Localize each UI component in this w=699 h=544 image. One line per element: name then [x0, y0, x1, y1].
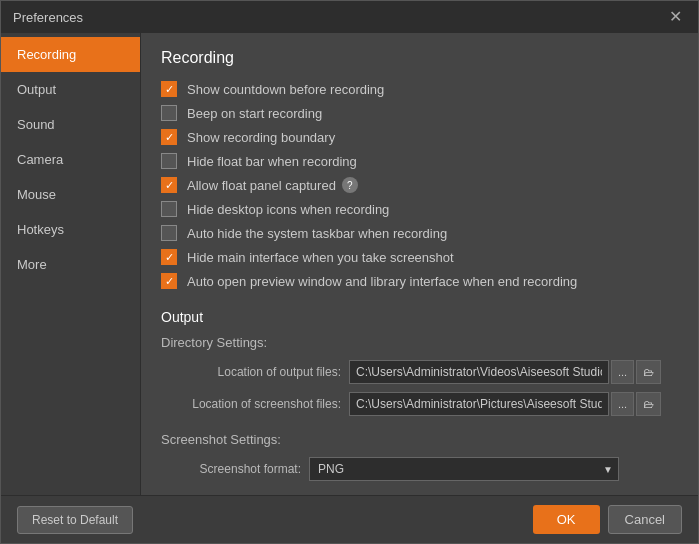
screenshot-files-input[interactable] [349, 392, 609, 416]
sidebar-item-hotkeys[interactable]: Hotkeys [1, 212, 140, 247]
checkbox-hide-desktop-icons: Hide desktop icons when recording [161, 201, 678, 217]
checkbox-allow-float-panel: Allow float panel captured ? [161, 177, 678, 193]
format-label: Screenshot format: [161, 462, 301, 476]
preferences-dialog: Preferences ✕ Recording Output Sound Cam… [0, 0, 699, 544]
sidebar-item-mouse[interactable]: Mouse [1, 177, 140, 212]
footer: Reset to Default OK Cancel [1, 495, 698, 543]
sidebar-item-more[interactable]: More [1, 247, 140, 282]
close-button[interactable]: ✕ [665, 7, 686, 27]
screenshot-files-label: Location of screenshot files: [161, 397, 341, 411]
dialog-title: Preferences [13, 10, 83, 25]
footer-right-buttons: OK Cancel [533, 505, 682, 534]
ok-button[interactable]: OK [533, 505, 600, 534]
output-files-row: Location of output files: ... 🗁 [161, 360, 678, 384]
output-files-browse-btn[interactable]: ... [611, 360, 634, 384]
checkbox-hide-main-interface-input[interactable] [161, 249, 177, 265]
checkbox-show-countdown-input[interactable] [161, 81, 177, 97]
checkbox-hide-desktop-icons-input[interactable] [161, 201, 177, 217]
cancel-button[interactable]: Cancel [608, 505, 682, 534]
title-bar: Preferences ✕ [1, 1, 698, 33]
checkbox-show-boundary-input[interactable] [161, 129, 177, 145]
screenshot-files-row: Location of screenshot files: ... 🗁 [161, 392, 678, 416]
checkbox-hide-main-interface: Hide main interface when you take screen… [161, 249, 678, 265]
output-files-input[interactable] [349, 360, 609, 384]
output-section: Output Directory Settings: Location of o… [161, 309, 678, 481]
checkbox-beep-start-input[interactable] [161, 105, 177, 121]
sidebar-item-output[interactable]: Output [1, 72, 140, 107]
screenshot-files-browse-btn[interactable]: ... [611, 392, 634, 416]
output-files-folder-btn[interactable]: 🗁 [636, 360, 661, 384]
output-files-label: Location of output files: [161, 365, 341, 379]
screenshot-files-folder-btn[interactable]: 🗁 [636, 392, 661, 416]
checkbox-auto-hide-taskbar: Auto hide the system taskbar when record… [161, 225, 678, 241]
screenshot-settings-label: Screenshot Settings: [161, 432, 678, 447]
checkbox-beep-start: Beep on start recording [161, 105, 678, 121]
checkbox-allow-float-panel-input[interactable] [161, 177, 177, 193]
sidebar-item-recording[interactable]: Recording [1, 37, 140, 72]
format-select-wrapper: PNG JPG BMP GIF [309, 457, 619, 481]
main-content: Recording Show countdown before recordin… [141, 33, 698, 495]
checkbox-hide-float-bar-input[interactable] [161, 153, 177, 169]
format-select[interactable]: PNG JPG BMP GIF [309, 457, 619, 481]
checkbox-hide-float-bar: Hide float bar when recording [161, 153, 678, 169]
reset-button[interactable]: Reset to Default [17, 506, 133, 534]
checkbox-show-countdown: Show countdown before recording [161, 81, 678, 97]
format-row: Screenshot format: PNG JPG BMP GIF [161, 457, 678, 481]
screenshot-settings-section: Screenshot Settings: Screenshot format: … [161, 432, 678, 481]
checkbox-auto-open-preview-input[interactable] [161, 273, 177, 289]
checkbox-auto-hide-taskbar-input[interactable] [161, 225, 177, 241]
sidebar-item-sound[interactable]: Sound [1, 107, 140, 142]
checkbox-auto-open-preview: Auto open preview window and library int… [161, 273, 678, 289]
dialog-content: Recording Output Sound Camera Mouse Hotk… [1, 33, 698, 495]
directory-settings-label: Directory Settings: [161, 335, 678, 350]
help-icon[interactable]: ? [342, 177, 358, 193]
sidebar-item-camera[interactable]: Camera [1, 142, 140, 177]
output-section-title: Output [161, 309, 678, 325]
sidebar: Recording Output Sound Camera Mouse Hotk… [1, 33, 141, 495]
recording-section-title: Recording [161, 49, 678, 67]
checkbox-show-boundary: Show recording boundary [161, 129, 678, 145]
